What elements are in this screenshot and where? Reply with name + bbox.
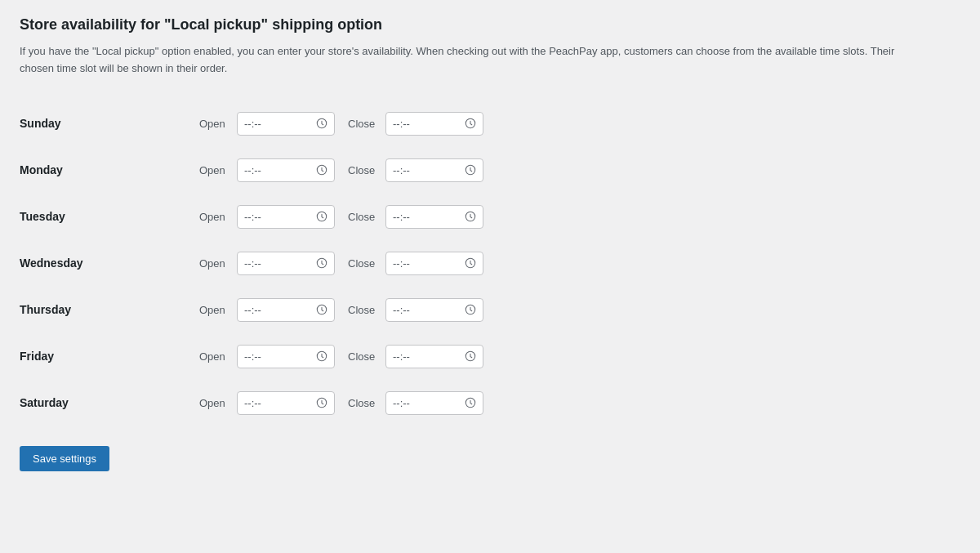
open-label-friday: Open: [199, 350, 230, 363]
close-group-sunday: Close --:--: [348, 112, 483, 136]
open-group-wednesday: Open --:--: [199, 252, 335, 275]
close-group-tuesday: Close --:--: [348, 205, 483, 229]
open-value-monday: --:--: [244, 164, 311, 176]
open-value-tuesday: --:--: [244, 211, 311, 223]
open-input-wednesday[interactable]: --:--: [237, 252, 335, 275]
open-group-sunday: Open --:--: [199, 112, 335, 136]
day-name-thursday: Thursday: [20, 303, 199, 316]
page-container: Store availability for "Local pickup" sh…: [0, 0, 980, 488]
close-group-wednesday: Close --:--: [348, 252, 483, 275]
close-value-sunday: --:--: [393, 118, 460, 130]
day-row-tuesday: Tuesday Open --:-- Clo: [20, 194, 960, 240]
close-label-thursday: Close: [348, 304, 379, 316]
close-label-wednesday: Close: [348, 257, 379, 270]
day-row-friday: Friday Open --:-- Clos: [20, 333, 960, 380]
close-value-tuesday: --:--: [393, 211, 460, 223]
open-label-saturday: Open: [199, 397, 230, 409]
clock-icon-close-thursday: [465, 304, 476, 315]
clock-icon-open-monday: [316, 164, 327, 176]
open-group-tuesday: Open --:--: [199, 205, 335, 229]
day-row-saturday: Saturday Open --:-- Cl: [20, 380, 960, 426]
clock-icon-close-sunday: [465, 118, 476, 129]
clock-icon-close-friday: [465, 350, 476, 362]
clock-icon-close-monday: [465, 164, 476, 176]
day-row-thursday: Thursday Open --:-- Cl: [20, 287, 960, 333]
save-settings-button[interactable]: Save settings: [20, 446, 109, 471]
close-input-tuesday[interactable]: --:--: [385, 205, 483, 229]
time-groups-monday: Open --:-- Close --:--: [199, 158, 483, 182]
close-input-thursday[interactable]: --:--: [385, 298, 483, 322]
days-list: Sunday Open --:-- Clos: [20, 100, 960, 426]
clock-icon-open-wednesday: [316, 257, 327, 269]
open-value-friday: --:--: [244, 350, 311, 363]
clock-icon-open-friday: [316, 350, 327, 362]
close-group-thursday: Close --:--: [348, 298, 483, 322]
close-label-friday: Close: [348, 350, 379, 363]
clock-icon-close-tuesday: [465, 211, 476, 222]
close-group-friday: Close --:--: [348, 345, 483, 368]
close-label-monday: Close: [348, 164, 379, 176]
close-group-monday: Close --:--: [348, 158, 483, 182]
time-groups-sunday: Open --:-- Close --:--: [199, 112, 483, 136]
open-label-wednesday: Open: [199, 257, 230, 270]
day-name-sunday: Sunday: [20, 117, 199, 130]
day-name-tuesday: Tuesday: [20, 210, 199, 223]
close-value-friday: --:--: [393, 350, 460, 363]
open-input-friday[interactable]: --:--: [237, 345, 335, 368]
close-value-thursday: --:--: [393, 304, 460, 316]
close-input-friday[interactable]: --:--: [385, 345, 483, 368]
close-value-saturday: --:--: [393, 397, 460, 409]
day-name-monday: Monday: [20, 163, 199, 176]
open-value-saturday: --:--: [244, 397, 311, 409]
open-value-thursday: --:--: [244, 304, 311, 316]
day-name-saturday: Saturday: [20, 396, 199, 409]
clock-icon-open-thursday: [316, 304, 327, 315]
time-groups-wednesday: Open --:-- Close --:--: [199, 252, 483, 275]
time-groups-saturday: Open --:-- Close --:--: [199, 391, 483, 415]
open-group-saturday: Open --:--: [199, 391, 335, 415]
open-group-monday: Open --:--: [199, 158, 335, 182]
time-groups-tuesday: Open --:-- Close --:--: [199, 205, 483, 229]
open-group-friday: Open --:--: [199, 345, 335, 368]
open-value-sunday: --:--: [244, 118, 311, 130]
open-label-sunday: Open: [199, 118, 230, 130]
day-row-wednesday: Wednesday Open --:-- C: [20, 240, 960, 287]
time-groups-friday: Open --:-- Close --:--: [199, 345, 483, 368]
open-input-saturday[interactable]: --:--: [237, 391, 335, 415]
open-value-wednesday: --:--: [244, 257, 311, 270]
close-label-tuesday: Close: [348, 211, 379, 223]
close-label-saturday: Close: [348, 397, 379, 409]
close-label-sunday: Close: [348, 118, 379, 130]
day-row-sunday: Sunday Open --:-- Clos: [20, 100, 960, 147]
clock-icon-close-wednesday: [465, 257, 476, 269]
close-value-wednesday: --:--: [393, 257, 460, 270]
clock-icon-open-sunday: [316, 118, 327, 129]
open-label-thursday: Open: [199, 304, 230, 316]
open-input-thursday[interactable]: --:--: [237, 298, 335, 322]
page-description: If you have the "Local pickup" option en…: [20, 43, 918, 78]
page-title: Store availability for "Local pickup" sh…: [20, 16, 960, 33]
close-input-wednesday[interactable]: --:--: [385, 252, 483, 275]
close-input-monday[interactable]: --:--: [385, 158, 483, 182]
close-input-saturday[interactable]: --:--: [385, 391, 483, 415]
open-input-tuesday[interactable]: --:--: [237, 205, 335, 229]
clock-icon-open-tuesday: [316, 211, 327, 222]
day-name-friday: Friday: [20, 350, 199, 363]
close-value-monday: --:--: [393, 164, 460, 176]
clock-icon-open-saturday: [316, 397, 327, 408]
open-input-sunday[interactable]: --:--: [237, 112, 335, 136]
open-label-tuesday: Open: [199, 211, 230, 223]
close-group-saturday: Close --:--: [348, 391, 483, 415]
close-input-sunday[interactable]: --:--: [385, 112, 483, 136]
open-group-thursday: Open --:--: [199, 298, 335, 322]
open-input-monday[interactable]: --:--: [237, 158, 335, 182]
time-groups-thursday: Open --:-- Close --:--: [199, 298, 483, 322]
clock-icon-close-saturday: [465, 397, 476, 408]
day-row-monday: Monday Open --:-- Clos: [20, 147, 960, 194]
open-label-monday: Open: [199, 164, 230, 176]
day-name-wednesday: Wednesday: [20, 256, 199, 270]
